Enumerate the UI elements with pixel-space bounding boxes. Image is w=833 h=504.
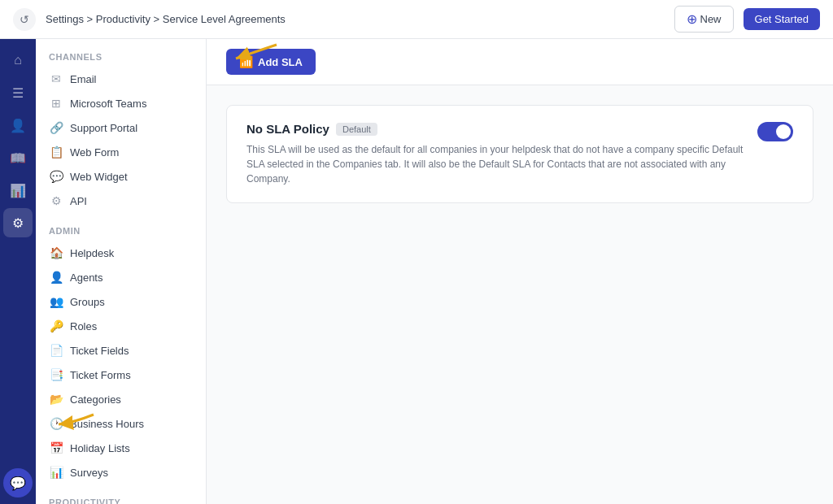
- groups-icon: 👥: [49, 295, 63, 308]
- main-area: 📶 Add SLA No SLA Policy Default This SLA…: [207, 39, 833, 504]
- email-icon: ✉: [49, 72, 63, 85]
- rail-settings-icon[interactable]: ⚙: [3, 208, 33, 237]
- plus-circle-icon: ⊕: [687, 11, 697, 27]
- rail-reports-icon[interactable]: 📖: [3, 143, 33, 172]
- teams-icon: ⊞: [49, 97, 63, 110]
- sidebar-item-surveys[interactable]: 📊 Surveys: [36, 460, 206, 484]
- sla-policy-description: This SLA will be used as the default for…: [246, 142, 757, 186]
- sidebar-item-support-portal[interactable]: 🔗 Support Portal: [36, 115, 206, 140]
- surveys-icon: 📊: [49, 466, 63, 479]
- back-button[interactable]: ↺: [13, 8, 36, 31]
- sidebar-item-ms-teams[interactable]: ⊞ Microsoft Teams: [36, 91, 206, 115]
- roles-icon: 🔑: [49, 319, 63, 332]
- portal-icon: 🔗: [49, 121, 63, 134]
- sidebar-item-web-widget[interactable]: 💬 Web Widget: [36, 164, 206, 189]
- agents-icon: 👤: [49, 271, 63, 284]
- rail-home-icon[interactable]: ⌂: [3, 46, 33, 75]
- icon-rail: ⌂ ☰ 👤 📖 📊 ⚙ 💬: [0, 39, 36, 504]
- add-sla-icon: 📶: [239, 55, 253, 68]
- breadcrumb: Settings > Productivity > Service Level …: [46, 13, 665, 25]
- sidebar-item-ticket-forms[interactable]: 📑 Ticket Forms: [36, 363, 206, 387]
- main-content: No SLA Policy Default This SLA will be u…: [207, 85, 833, 223]
- productivity-section-label: Productivity: [36, 484, 206, 504]
- sla-card-left: No SLA Policy Default This SLA will be u…: [246, 122, 757, 186]
- add-sla-button[interactable]: 📶 Add SLA: [226, 49, 316, 75]
- ticket-fields-icon: 📄: [49, 344, 63, 357]
- sidebar-item-web-form[interactable]: 📋 Web Form: [36, 140, 206, 164]
- sidebar-item-ticket-fields[interactable]: 📄 Ticket Fields: [36, 338, 206, 363]
- main-toolbar: 📶 Add SLA: [207, 39, 833, 85]
- sla-policy-card: No SLA Policy Default This SLA will be u…: [226, 105, 813, 203]
- sidebar-item-groups[interactable]: 👥 Groups: [36, 289, 206, 314]
- sidebar-item-roles[interactable]: 🔑 Roles: [36, 314, 206, 338]
- business-hours-icon: 🕐: [49, 417, 63, 430]
- widget-icon: 💬: [49, 170, 63, 183]
- sidebar-item-api[interactable]: ⚙ API: [36, 189, 206, 213]
- sidebar-item-email[interactable]: ✉ Email: [36, 67, 206, 91]
- sidebar: Channels ✉ Email ⊞ Microsoft Teams 🔗 Sup…: [36, 39, 207, 504]
- channels-section-label: Channels: [36, 39, 206, 67]
- rail-analytics-icon[interactable]: 📊: [3, 176, 33, 205]
- sla-default-badge: Default: [336, 123, 377, 136]
- helpdesk-icon: 🏠: [49, 246, 63, 259]
- web-form-icon: 📋: [49, 146, 63, 159]
- topbar: ↺ Settings > Productivity > Service Leve…: [0, 0, 833, 39]
- ticket-forms-icon: 📑: [49, 368, 63, 381]
- new-button[interactable]: ⊕ New: [674, 6, 734, 33]
- toggle-slider: [757, 122, 793, 141]
- sidebar-item-business-hours[interactable]: 🕐 Business Hours: [36, 411, 206, 436]
- sidebar-item-holiday-lists[interactable]: 📅 Holiday Lists: [36, 436, 206, 460]
- rail-chat-icon[interactable]: 💬: [3, 468, 33, 497]
- sidebar-item-categories[interactable]: 📂 Categories: [36, 387, 206, 411]
- sla-policy-name: No SLA Policy: [246, 122, 329, 136]
- get-started-button[interactable]: Get Started: [744, 8, 820, 30]
- sla-card-title: No SLA Policy Default: [246, 122, 757, 136]
- rail-tickets-icon[interactable]: ☰: [3, 78, 33, 107]
- sla-enabled-toggle[interactable]: [757, 122, 793, 141]
- rail-contacts-icon[interactable]: 👤: [3, 111, 33, 140]
- admin-section-label: Admin: [36, 213, 206, 241]
- sidebar-item-agents[interactable]: 👤 Agents: [36, 265, 206, 289]
- holiday-lists-icon: 📅: [49, 441, 63, 454]
- categories-icon: 📂: [49, 393, 63, 406]
- api-icon: ⚙: [49, 194, 63, 207]
- sidebar-item-helpdesk[interactable]: 🏠 Helpdesk: [36, 241, 206, 265]
- layout: ⌂ ☰ 👤 📖 📊 ⚙ 💬 Channels ✉ Email ⊞ Microso…: [0, 39, 833, 504]
